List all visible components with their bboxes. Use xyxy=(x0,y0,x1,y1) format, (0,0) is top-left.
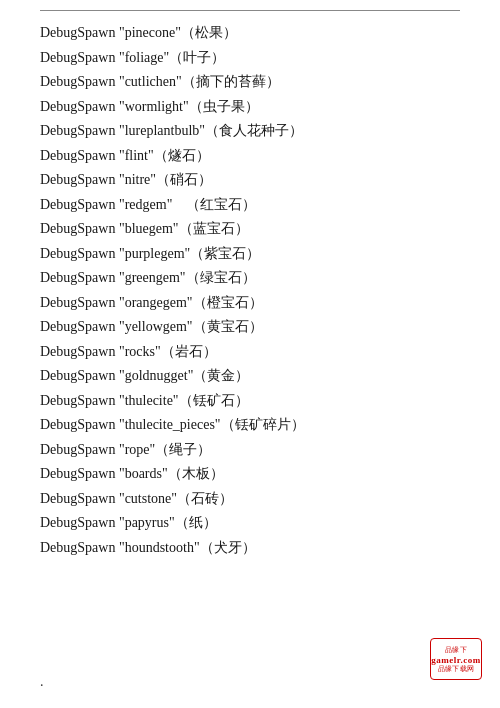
item-chinese: （石砖） xyxy=(177,491,233,506)
debug-cmd: DebugSpawn xyxy=(40,515,119,530)
item-chinese: （紫宝石） xyxy=(190,246,260,261)
item-chinese: （绿宝石） xyxy=(186,270,256,285)
watermark-mid-text: gamelr.com xyxy=(431,655,480,665)
list-item: DebugSpawn "redgem" （红宝石） xyxy=(40,193,460,218)
list-item: DebugSpawn "lureplantbulb"（食人花种子） xyxy=(40,119,460,144)
item-chinese: （摘下的苔藓） xyxy=(182,74,280,89)
list-item: DebugSpawn "rope"（绳子） xyxy=(40,438,460,463)
debug-cmd: DebugSpawn xyxy=(40,270,119,285)
debug-cmd: DebugSpawn xyxy=(40,368,119,383)
item-chinese: （黄宝石） xyxy=(193,319,263,334)
item-chinese: （蓝宝石） xyxy=(179,221,249,236)
list-item: DebugSpawn "flint"（燧石） xyxy=(40,144,460,169)
list-item: DebugSpawn "houndstooth"（犬牙） xyxy=(40,536,460,561)
debug-cmd: DebugSpawn xyxy=(40,25,119,40)
list-item: DebugSpawn "yellowgem"（黄宝石） xyxy=(40,315,460,340)
list-item: DebugSpawn "bluegem"（蓝宝石） xyxy=(40,217,460,242)
debug-cmd: DebugSpawn xyxy=(40,123,119,138)
item-chinese: （绳子） xyxy=(155,442,211,457)
item-chinese: （橙宝石） xyxy=(193,295,263,310)
item-chinese: （硝石） xyxy=(156,172,212,187)
item-english: "rope" xyxy=(119,442,155,457)
list-item: DebugSpawn "cutstone"（石砖） xyxy=(40,487,460,512)
watermark-bot-text: 品缘下载网 xyxy=(438,665,475,674)
item-english: "cutlichen" xyxy=(119,74,182,89)
item-english: "thulecite" xyxy=(119,393,179,408)
dot: . xyxy=(40,674,44,690)
debug-cmd: DebugSpawn xyxy=(40,417,119,432)
item-chinese: （岩石） xyxy=(161,344,217,359)
item-chinese: （叶子） xyxy=(169,50,225,65)
debug-cmd: DebugSpawn xyxy=(40,319,119,334)
list-item: DebugSpawn "purplegem"（紫宝石） xyxy=(40,242,460,267)
debug-cmd: DebugSpawn xyxy=(40,50,119,65)
item-english: "purplegem" xyxy=(119,246,190,261)
debug-cmd: DebugSpawn xyxy=(40,466,119,481)
item-english: "flint" xyxy=(119,148,154,163)
item-english: "boards" xyxy=(119,466,168,481)
debug-cmd: DebugSpawn xyxy=(40,99,119,114)
item-chinese: （犬牙） xyxy=(200,540,256,555)
list-item: DebugSpawn "cutlichen"（摘下的苔藓） xyxy=(40,70,460,95)
page-container: DebugSpawn "pinecone"（松果）DebugSpawn "fol… xyxy=(0,0,500,708)
list-item: DebugSpawn "papyrus"（纸） xyxy=(40,511,460,536)
list-item: DebugSpawn "rocks"（岩石） xyxy=(40,340,460,365)
item-chinese: （黄金） xyxy=(193,368,249,383)
item-chinese: （铥矿石） xyxy=(179,393,249,408)
watermark-top-text: 品缘下 xyxy=(445,645,468,655)
item-english: "rocks" xyxy=(119,344,161,359)
debug-cmd: DebugSpawn xyxy=(40,540,119,555)
debug-cmd: DebugSpawn xyxy=(40,172,119,187)
item-chinese: （食人花种子） xyxy=(205,123,303,138)
list-item: DebugSpawn "foliage"（叶子） xyxy=(40,46,460,71)
debug-cmd: DebugSpawn xyxy=(40,246,119,261)
top-divider xyxy=(40,10,460,11)
item-list: DebugSpawn "pinecone"（松果）DebugSpawn "fol… xyxy=(40,21,460,560)
debug-cmd: DebugSpawn xyxy=(40,491,119,506)
watermark: 品缘下 gamelr.com 品缘下载网 xyxy=(430,638,482,680)
item-chinese: （燧石） xyxy=(154,148,210,163)
item-english: "yellowgem" xyxy=(119,319,193,334)
list-item: DebugSpawn "thulecite_pieces"（铥矿碎片） xyxy=(40,413,460,438)
item-english: "thulecite_pieces" xyxy=(119,417,221,432)
list-item: DebugSpawn "orangegem"（橙宝石） xyxy=(40,291,460,316)
list-item: DebugSpawn "boards"（木板） xyxy=(40,462,460,487)
item-chinese: （松果） xyxy=(181,25,237,40)
item-english: "greengem" xyxy=(119,270,186,285)
item-english: "lureplantbulb" xyxy=(119,123,205,138)
item-english: "bluegem" xyxy=(119,221,179,236)
item-chinese: （红宝石） xyxy=(172,197,256,212)
list-item: DebugSpawn "greengem"（绿宝石） xyxy=(40,266,460,291)
list-item: DebugSpawn "pinecone"（松果） xyxy=(40,21,460,46)
item-chinese: （虫子果） xyxy=(189,99,259,114)
item-english: "houndstooth" xyxy=(119,540,200,555)
item-english: "wormlight" xyxy=(119,99,189,114)
item-english: "foliage" xyxy=(119,50,169,65)
debug-cmd: DebugSpawn xyxy=(40,393,119,408)
item-english: "nitre" xyxy=(119,172,156,187)
item-english: "orangegem" xyxy=(119,295,193,310)
item-english: "papyrus" xyxy=(119,515,175,530)
item-chinese: （木板） xyxy=(168,466,224,481)
list-item: DebugSpawn "wormlight"（虫子果） xyxy=(40,95,460,120)
list-item: DebugSpawn "nitre"（硝石） xyxy=(40,168,460,193)
list-item: DebugSpawn "goldnugget"（黄金） xyxy=(40,364,460,389)
item-chinese: （铥矿碎片） xyxy=(221,417,305,432)
debug-cmd: DebugSpawn xyxy=(40,197,119,212)
item-english: "redgem" xyxy=(119,197,172,212)
debug-cmd: DebugSpawn xyxy=(40,221,119,236)
item-chinese: （纸） xyxy=(175,515,217,530)
item-english: "goldnugget" xyxy=(119,368,193,383)
debug-cmd: DebugSpawn xyxy=(40,344,119,359)
item-english: "pinecone" xyxy=(119,25,181,40)
list-item: DebugSpawn "thulecite"（铥矿石） xyxy=(40,389,460,414)
debug-cmd: DebugSpawn xyxy=(40,295,119,310)
debug-cmd: DebugSpawn xyxy=(40,74,119,89)
debug-cmd: DebugSpawn xyxy=(40,442,119,457)
debug-cmd: DebugSpawn xyxy=(40,148,119,163)
item-english: "cutstone" xyxy=(119,491,177,506)
